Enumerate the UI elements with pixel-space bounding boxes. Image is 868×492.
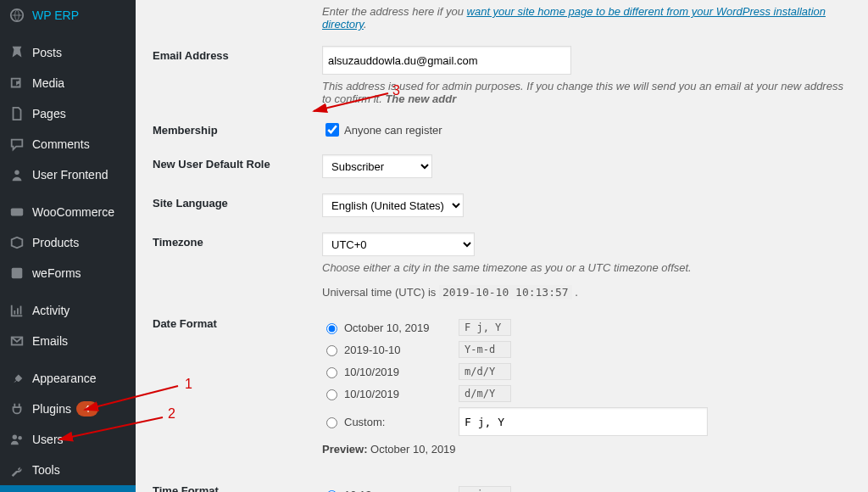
sidebar-item-label: Posts [32,46,62,59]
sidebar-item-label: Pages [32,107,66,120]
membership-check-label: Anyone can register [344,124,442,137]
sidebar-item-media[interactable]: Media [0,68,136,98]
sidebar-item-label: WP ERP [32,8,79,22]
utc-time-text: Universal time (UTC) is 2019-10-10 10:13… [322,286,851,299]
date-format-radio-3[interactable] [326,389,337,400]
wrench-icon [8,461,25,478]
page-icon [8,105,25,122]
date-format-label: Date Format [153,314,322,330]
sidebar-item-wp-erp[interactable]: WP ERP [0,0,136,31]
svg-point-10 [18,436,22,440]
svg-point-2 [14,171,19,175]
sidebar-item-products[interactable]: Products [0,227,136,258]
date-format-sample: 10/10/2019 [344,388,459,400]
plug-icon [8,400,25,417]
timezone-label: Timezone [153,232,322,249]
utc-time-value: 2019-10-10 10:13:57 [439,285,572,299]
sidebar-item-label: Appearance [32,372,97,385]
comment-icon [8,136,25,153]
sidebar-item-plugins[interactable]: Plugins4 [0,394,136,424]
box-icon [8,234,25,251]
email-label: Email Address [153,46,322,62]
date-format-sample: October 10, 2019 [344,321,459,334]
users-icon [8,431,25,448]
date-format-chip: Y-m-d [459,341,511,358]
svg-rect-5 [14,310,15,315]
date-format-chip: m/d/Y [459,363,511,380]
svg-rect-4 [12,268,23,279]
sidebar-item-user-frontend[interactable]: User Frontend [0,159,136,190]
date-format-radio-custom[interactable] [326,417,337,428]
date-preview-value: October 10, 2019 [370,443,455,456]
date-format-radio-2[interactable] [326,367,337,378]
erp-icon [8,7,25,24]
svg-rect-3 [11,209,23,216]
sidebar-item-activity[interactable]: Activity [0,295,136,326]
form-icon [8,265,25,282]
site-url-description: Enter the address here if you want your … [322,5,851,31]
email-description: This address is used for admin purposes.… [322,80,851,105]
sidebar-item-woocommerce[interactable]: WooCommerce [0,197,136,227]
sidebar-item-settings[interactable]: Settings [0,485,136,492]
sidebar-item-label: Activity [32,304,70,317]
sidebar-item-comments[interactable]: Comments [0,129,136,159]
sidebar-item-label: Comments [32,137,90,151]
sidebar-item-label: User Frontend [32,168,108,182]
site-language-select[interactable]: English (United States) [322,193,464,217]
sidebar-item-label: WooCommerce [32,205,114,219]
update-badge: 4 [76,401,98,417]
sidebar-item-label: Emails [32,334,68,348]
svg-point-9 [13,435,17,439]
sidebar-item-label: Tools [32,463,60,477]
brush-icon [8,370,25,387]
email-input[interactable] [322,46,571,75]
membership-label: Membership [153,120,322,137]
default-role-label: New User Default Role [153,154,322,171]
mail-icon [8,333,25,349]
media-icon [8,75,25,92]
sidebar-item-appearance[interactable]: Appearance [0,363,136,394]
date-preview-label: Preview: [322,443,367,456]
svg-rect-7 [20,306,22,315]
sidebar-item-pages[interactable]: Pages [0,98,136,129]
sidebar-item-users[interactable]: Users [0,424,136,455]
date-format-sample: 2019-10-10 [344,344,459,356]
time-format-chip: g:i a [459,486,511,492]
sidebar-item-label: Plugins [32,402,71,416]
svg-rect-6 [17,308,19,314]
time-format-label: Time Format [153,481,322,492]
date-format-custom-input[interactable] [459,407,708,436]
date-format-chip: F j, Y [459,319,511,336]
site-language-label: Site Language [153,193,322,210]
activity-icon [8,302,25,319]
date-format-radio-1[interactable] [326,345,337,356]
date-format-custom-label: Custom: [344,416,459,428]
sidebar-item-posts[interactable]: Posts [0,37,136,68]
sidebar-item-weforms[interactable]: weForms [0,258,136,288]
default-role-select[interactable]: Subscriber [322,154,432,178]
sidebar-item-emails[interactable]: Emails [0,326,136,356]
date-format-radio-0[interactable] [326,323,337,334]
date-format-sample: 10/10/2019 [344,366,459,378]
date-format-chip: d/m/Y [459,385,511,402]
timezone-description: Choose either a city in the same timezon… [322,261,851,274]
settings-general-form: Enter the address here if you want your … [136,0,868,492]
membership-checkbox[interactable] [326,123,339,137]
sidebar-item-label: Products [32,236,79,249]
user-icon [8,166,25,183]
pin-icon [8,44,25,61]
woo-icon [8,204,25,221]
sidebar-item-label: Media [32,76,64,90]
sidebar-item-label: Users [32,433,64,446]
sidebar-item-label: weForms [32,266,81,280]
sidebar-item-tools[interactable]: Tools [0,455,136,485]
admin-sidebar: WP ERPPostsMediaPagesCommentsUser Fronte… [0,0,136,492]
time-format-sample: 10:13 am [344,489,459,493]
timezone-select[interactable]: UTC+0 [322,232,475,256]
